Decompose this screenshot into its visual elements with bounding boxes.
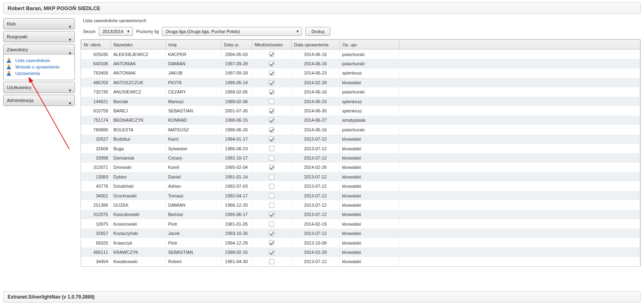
checkbox-icon: [269, 203, 274, 208]
checkbox-icon: [269, 156, 274, 161]
checkbox-icon: [269, 71, 274, 76]
table-row[interactable]: 43776DziubińskiAdrian1992-07-032013-07-1…: [81, 181, 640, 191]
cell-name: Tomasz: [166, 191, 221, 200]
cell-youth: [252, 172, 291, 181]
col-header-name[interactable]: Imię: [166, 40, 222, 50]
cell-dob: 2004-05-03: [221, 50, 252, 59]
accordion-section-administracja: Administracja ▾: [3, 95, 75, 106]
cell-dob: 1989-02-06: [221, 97, 252, 106]
table-row[interactable]: 34454KwiatkowskiRobert1981-04-302013-07-…: [81, 257, 640, 266]
cell-authdate: 2014-06-30: [291, 106, 340, 115]
accordion-header-klub[interactable]: Klub ▾: [4, 19, 75, 29]
accordion-header-zawodnicy[interactable]: Zawodnicy ▴: [4, 44, 75, 55]
cell-authdate: 2013-07-12: [291, 191, 340, 200]
table-row[interactable]: 751174BEDNARCZYKKONRAD1998-06-152014-06-…: [81, 116, 640, 125]
cell-filler: [399, 106, 640, 115]
cell-surname: KRAWCZYK: [111, 247, 166, 257]
col-header-youth[interactable]: Młodzieżowiec: [252, 40, 292, 50]
cell-id: 485111: [81, 247, 111, 257]
cell-id: 34001: [81, 191, 111, 200]
cell-dob: 2001-07-30: [221, 106, 252, 115]
cell-id: 312075: [81, 210, 111, 219]
accordion-header-administracja[interactable]: Administracja ▾: [4, 95, 75, 106]
sidebar-item-lista-zawodnikow[interactable]: Lista zawodników: [7, 57, 71, 64]
checkbox-icon: [269, 193, 274, 198]
grid-scrollbar[interactable]: ▲ ▼: [640, 50, 640, 266]
table-row[interactable]: 485111KRAWCZYKSEBASTIAN1998-02-152014-02…: [81, 247, 640, 257]
cell-authdate: 2014-06-16: [291, 125, 340, 134]
leagues-select[interactable]: Druga liga (Druga liga, Puchar Polski) ▼: [162, 27, 302, 36]
table-row[interactable]: 485703ANTOSZCZUKPIOTR1996-05-142014-02-2…: [81, 78, 640, 87]
table-row[interactable]: 810759BAREJSEBASTIAN2001-07-302014-06-30…: [81, 106, 640, 115]
cell-id: 312071: [81, 163, 111, 172]
cell-filler: [399, 144, 640, 153]
cell-authby: kkowalski: [340, 144, 399, 153]
leagues-label: Poziomy lig: [136, 29, 159, 34]
cell-youth: [252, 153, 291, 162]
table-row[interactable]: 32627BudzikurKarol1994-01-172013-07-12kk…: [81, 135, 640, 144]
table-row[interactable]: 32608BugaSylwester1986-08-232013-07-12kk…: [81, 144, 640, 153]
checkbox-icon: [269, 108, 274, 114]
col-header-dob[interactable]: Data ur.: [222, 40, 252, 50]
cell-authdate: 2014-06-16: [291, 50, 340, 59]
cell-dob: 1995-06-17: [221, 210, 252, 219]
table-row[interactable]: 32657KozaczyńskiJacek1993-10-262013-07-1…: [81, 228, 640, 238]
table-row[interactable]: 732735ANUSIEWICZCEZARY1999-02-052014-06-…: [81, 87, 640, 97]
cell-id: 810759: [81, 106, 111, 115]
checkbox-icon: [269, 165, 274, 170]
cell-authby: pstachurski: [340, 125, 399, 134]
table-row[interactable]: 643106ANTONIAKDAMIAN1997-09-282014-06-16…: [81, 59, 640, 68]
table-row[interactable]: 10975KosiorowskiPiotr1981-01-052014-02-1…: [81, 219, 640, 228]
checkbox-icon: [269, 127, 274, 133]
cell-surname: ANTOSZCZUK: [111, 78, 166, 87]
cell-filler: [399, 50, 640, 59]
cell-surname: Kwiatkowski: [111, 257, 166, 266]
cell-name: MATEUSZ: [166, 125, 221, 134]
cell-filler: [399, 219, 640, 228]
print-button[interactable]: Drukuj: [305, 27, 330, 36]
table-row[interactable]: 763459ANTONIAKJAKUB1997-09-282014-06-23s…: [81, 68, 640, 78]
sidebar-item-uprawnienia[interactable]: Uprawnienia: [7, 70, 71, 77]
cell-authdate: 2013-10-08: [291, 238, 340, 247]
cell-surname: ALEKSIEJEWICZ: [111, 50, 166, 59]
col-header-id[interactable]: Nr. ident.: [81, 40, 111, 50]
cell-filler: [399, 153, 640, 162]
cell-surname: Budzikur: [111, 135, 166, 144]
sidebar: Klub ▾ Rozgrywki ▾ Zawodnicy ▴: [3, 18, 75, 267]
col-header-authdate[interactable]: Data uprawnienia: [292, 40, 340, 50]
cell-surname: BEDNARCZYK: [111, 116, 166, 125]
table-row[interactable]: 56925KrawczykPiotr1994-12-292013-10-08kk…: [81, 238, 640, 247]
col-header-authby[interactable]: Os. upr.: [340, 40, 400, 50]
cell-surname: Demianiuk: [111, 153, 166, 162]
accordion-label: Użytkownicy: [7, 85, 31, 90]
table-row[interactable]: 312071DmowskiKamil1995-02-042014-02-28kk…: [81, 163, 640, 172]
table-row[interactable]: 33998DemianiukCezary1992-10-172013-07-12…: [81, 153, 640, 162]
accordion-header-uzytkownicy[interactable]: Użytkownicy ▾: [4, 82, 75, 93]
table-row[interactable]: 251386GUZEKDAMIAN1986-12-202013-07-12kko…: [81, 200, 640, 210]
cell-id: 13083: [81, 172, 111, 181]
table-row[interactable]: 769880BOLESTAMATEUSZ1998-06-262014-06-16…: [81, 125, 640, 134]
cell-filler: [399, 68, 640, 78]
cell-dob: 1995-02-04: [221, 163, 252, 172]
sidebar-item-wnioski[interactable]: Wnioski o uprawnienie: [7, 64, 71, 70]
cell-id: 144621: [81, 97, 111, 106]
cell-youth: [252, 257, 291, 266]
table-row[interactable]: 13083DybiecDaniel1991-01-142013-07-12kko…: [81, 172, 640, 181]
cell-surname: Dziubiński: [111, 181, 166, 191]
cell-surname: ANTONIAK: [111, 68, 166, 78]
cell-authdate: 2013-07-12: [291, 210, 340, 219]
cell-authdate: 2013-07-12: [291, 153, 340, 162]
col-header-surname[interactable]: Nazwisko: [111, 40, 166, 50]
cell-youth: [252, 78, 291, 87]
cell-id: 769880: [81, 125, 111, 134]
table-row[interactable]: 312075KaszubowskiBartosz1995-06-172013-0…: [81, 210, 640, 219]
table-row[interactable]: 925035ALEKSIEJEWICZKACPER2004-05-032014-…: [81, 50, 640, 59]
accordion-header-rozgrywki[interactable]: Rozgrywki ▾: [4, 31, 75, 42]
cell-dob: 1986-12-20: [221, 200, 252, 210]
table-row[interactable]: 34001GrochowskiTomasz1992-04-172013-07-1…: [81, 191, 640, 200]
season-select[interactable]: 2013/2014 ▼: [99, 27, 133, 36]
cell-dob: 1992-10-17: [221, 153, 252, 162]
table-row[interactable]: 144621BarciakMariusz1989-02-062014-06-23…: [81, 97, 640, 106]
cell-youth: [252, 106, 291, 115]
accordion-section-klub: Klub ▾: [3, 18, 75, 29]
